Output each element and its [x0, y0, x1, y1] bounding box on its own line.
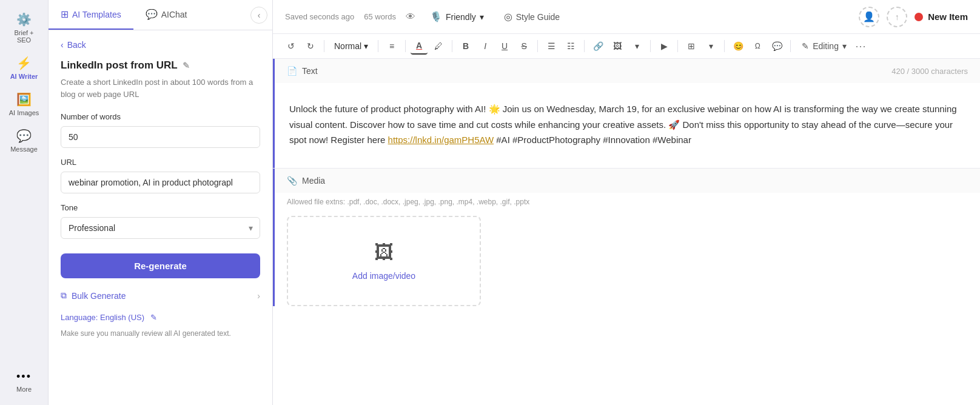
back-button[interactable]: ‹ Back [61, 40, 260, 50]
sidebar-item-brief-seo[interactable]: ⚙️ Brief + SEO [3, 7, 45, 49]
link-button[interactable]: 🔗 [589, 38, 606, 55]
chevron-image-icon[interactable]: ▾ [628, 38, 645, 55]
tab-bar: ⊞ AI Templates 💬 AIChat ‹ [49, 0, 272, 30]
character-count: 420 / 3000 characters [891, 67, 968, 76]
tone-select-wrapper: Professional Casual Formal Friendly Humo… [61, 217, 260, 239]
italic-button[interactable]: I [477, 38, 494, 55]
new-item-dot [915, 13, 923, 21]
text-style-selector[interactable]: Normal ▾ [329, 39, 373, 53]
formatting-toolbar: ↺ ↻ Normal ▾ ≡ A 🖊 B I U S ☰ ☷ 🔗 🖼 ▾ ▶ ⊞… [273, 34, 980, 59]
emoji-button[interactable]: 😊 [730, 38, 747, 55]
media-section-header: 📎 Media [275, 169, 980, 193]
share-button[interactable]: ↑ [887, 7, 907, 27]
toolbar-divider-9 [724, 40, 725, 52]
panel-content: ‹ Back LinkedIn post from URL ✎ Create a… [49, 30, 272, 405]
text-section-title: 📄 Text [287, 66, 318, 76]
text-color-button[interactable]: A [411, 38, 428, 55]
allowed-extensions: Allowed file extns: .pdf, .doc, .docx, .… [275, 193, 980, 211]
toolbar-divider-2 [378, 40, 378, 52]
collapse-panel-button[interactable]: ‹ [250, 7, 267, 24]
share-icon: ↑ [895, 12, 899, 22]
invite-user-button[interactable]: 👤 [859, 7, 879, 27]
words-label: Number of words [61, 112, 260, 121]
bulk-generate-button[interactable]: ⧉ Bulk Generate › [61, 290, 260, 301]
style-chevron-icon: ▾ [364, 41, 368, 51]
table-chevron-icon[interactable]: ▾ [702, 38, 719, 55]
redo-button[interactable]: ↻ [302, 38, 319, 55]
tab-ai-templates[interactable]: ⊞ AI Templates [49, 0, 133, 30]
toolbar-divider-6 [584, 40, 585, 52]
word-count: 65 words [364, 12, 396, 21]
text-section-header: 📄 Text 420 / 3000 characters [273, 59, 980, 83]
toolbar-divider-5 [537, 40, 538, 52]
regenerate-button[interactable]: Re-generate [61, 253, 260, 278]
comment-button[interactable]: 💬 [768, 38, 785, 55]
toolbar-more-button[interactable]: ⋯ [855, 39, 866, 53]
sidebar-item-ai-writer[interactable]: ⚡ AI Writer [3, 51, 45, 85]
bulk-generate-arrow-icon: › [257, 291, 260, 301]
topbar-right: 👤 ↑ New Item [859, 7, 968, 27]
template-title: LinkedIn post from URL ✎ [61, 59, 260, 72]
toolbar-divider-8 [677, 40, 678, 52]
sidebar-item-message[interactable]: 💬 Message [3, 124, 45, 158]
toolbar-divider-4 [452, 40, 452, 52]
tab-aichat[interactable]: 💬 AIChat [133, 0, 200, 30]
toolbar-divider-10 [790, 40, 791, 52]
align-button[interactable]: ≡ [383, 38, 400, 55]
sidebar-item-more[interactable]: ••• More [3, 366, 45, 398]
toolbar-divider-3 [405, 40, 406, 52]
style-guide-icon: ◎ [504, 11, 512, 22]
tone-label: Tone [61, 203, 260, 212]
ordered-list-button[interactable]: ☷ [562, 38, 579, 55]
main-content: Saved seconds ago 65 words 👁 🎙️ Friendly… [273, 0, 980, 405]
paperclip-icon: 📎 [287, 176, 297, 186]
tone-button[interactable]: 🎙️ Friendly ▾ [425, 8, 489, 25]
hashtags: #AI #ProductPhotography #Innovation #Web… [496, 135, 691, 145]
edit-language-icon[interactable]: ✎ [150, 313, 157, 322]
text-section: 📄 Text 420 / 3000 characters Unlock the … [273, 59, 980, 169]
pencil-icon: ✎ [802, 41, 809, 51]
tone-chevron-icon: ▾ [480, 12, 484, 22]
special-chars-button[interactable]: Ω [749, 38, 766, 55]
language-row: Language: English (US) ✎ [61, 313, 260, 322]
ai-writer-icon: ⚡ [16, 56, 32, 70]
template-description: Create a short LinkedIn post in about 10… [61, 76, 260, 100]
toolbar-divider-7 [650, 40, 651, 52]
post-link[interactable]: https://lnkd.in/gamPH5AW [388, 135, 494, 145]
more-icon: ••• [16, 370, 32, 383]
sidebar-item-ai-images[interactable]: 🖼️ AI Images [3, 87, 45, 121]
underline-button[interactable]: U [496, 38, 513, 55]
image-button[interactable]: 🖼 [609, 38, 626, 55]
add-media-label: Add image/video [352, 271, 415, 281]
bulk-generate-icon: ⧉ [61, 290, 67, 301]
undo-button[interactable]: ↺ [283, 38, 300, 55]
highlight-button[interactable]: 🖊 [430, 38, 447, 55]
visibility-icon[interactable]: 👁 [406, 12, 415, 22]
play-button[interactable]: ▶ [656, 38, 673, 55]
strikethrough-button[interactable]: S [515, 38, 532, 55]
image-upload-icon: 🖼 [374, 241, 394, 264]
toolbar-divider-1 [324, 40, 324, 52]
brief-seo-icon: ⚙️ [16, 12, 32, 27]
editing-mode-button[interactable]: ✎ Editing ▾ [796, 39, 853, 53]
aichat-icon: 💬 [146, 8, 158, 20]
url-input[interactable] [61, 172, 260, 193]
microphone-icon: 🎙️ [430, 11, 442, 22]
message-icon: 💬 [16, 129, 32, 143]
saved-status: Saved seconds ago [285, 12, 354, 21]
bold-button[interactable]: B [457, 38, 474, 55]
words-input[interactable] [61, 126, 260, 148]
text-section-icon: 📄 [287, 66, 297, 76]
media-upload-area[interactable]: 🖼 Add image/video [287, 216, 481, 306]
tone-select[interactable]: Professional Casual Formal Friendly Humo… [61, 217, 260, 239]
table-button[interactable]: ⊞ [683, 38, 700, 55]
editing-chevron-icon: ▾ [842, 41, 847, 51]
topbar: Saved seconds ago 65 words 👁 🎙️ Friendly… [273, 0, 980, 34]
ai-templates-icon: ⊞ [61, 8, 69, 20]
edit-title-icon[interactable]: ✎ [183, 61, 190, 70]
new-item-button[interactable]: New Item [915, 12, 968, 22]
bullet-list-button[interactable]: ☰ [543, 38, 560, 55]
left-panel: ⊞ AI Templates 💬 AIChat ‹ ‹ Back LinkedI… [49, 0, 273, 405]
style-guide-button[interactable]: ◎ Style Guide [498, 8, 565, 25]
editor-text-content[interactable]: Unlock the future of product photography… [273, 83, 980, 168]
